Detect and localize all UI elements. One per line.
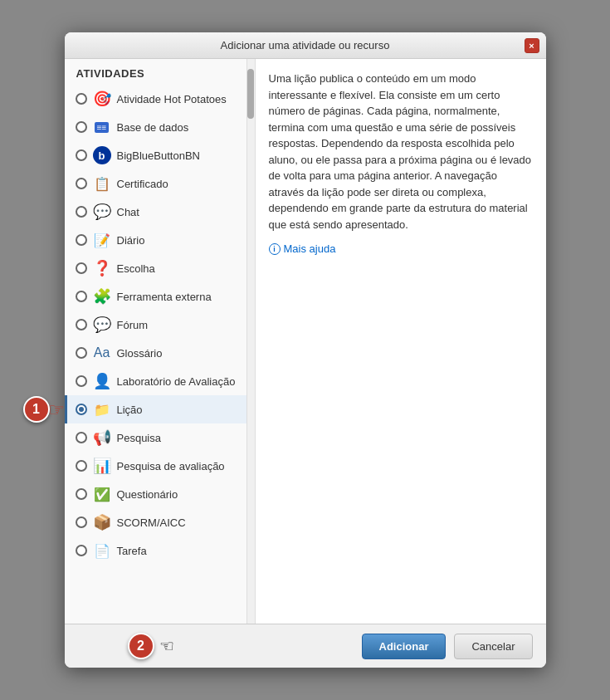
annotation-1: 1 (23, 396, 50, 423)
radio-evalsurvey (76, 460, 87, 472)
activity-item-quiz[interactable]: ✅Questionário (65, 480, 255, 508)
activity-item-diary[interactable]: 📝Diário (65, 226, 255, 254)
radio-hot-potatoes (76, 93, 87, 105)
right-panel: Uma lição publica o conteúdo em um modo … (256, 59, 546, 624)
radio-survey (76, 432, 87, 443)
annotation-1-arrow: ☞ (48, 399, 65, 421)
label-glossary: Glossário (117, 347, 163, 360)
activities-header: ATIVIDADES (65, 59, 255, 85)
label-hot-potatoes: Atividade Hot Potatoes (117, 93, 227, 105)
activity-item-cert[interactable]: 📋Certificado (65, 169, 255, 198)
label-workshop: Laboratório de Avaliação (117, 375, 236, 388)
label-evalsurvey: Pesquisa de avaliação (117, 460, 225, 472)
info-icon: i (269, 243, 281, 255)
icon-chat: 💬 (92, 202, 112, 222)
dialog-body: ATIVIDADES 🎯Atividade Hot Potatoes≡≡Base… (65, 59, 546, 624)
icon-diary: 📝 (92, 230, 112, 250)
add-button[interactable]: Adicionar (362, 634, 447, 659)
radio-lti (76, 291, 87, 302)
label-diary: Diário (117, 234, 145, 247)
annotation-2: 2 (128, 633, 154, 659)
label-forum: Fórum (117, 319, 149, 331)
icon-database: ≡≡ (92, 117, 112, 137)
activity-item-task[interactable]: 📄Tarefa (65, 536, 255, 565)
icon-task: 📄 (92, 541, 112, 560)
label-chat: Chat (117, 206, 139, 218)
icon-bigblue: b (92, 145, 112, 165)
activity-item-evalsurvey[interactable]: 📊Pesquisa de avaliação (65, 452, 255, 480)
label-task: Tarefa (117, 545, 147, 557)
label-bigblue: BigBlueButtonBN (117, 149, 200, 162)
radio-lesson (76, 404, 87, 415)
icon-choice: ❓ (92, 258, 112, 278)
label-choice: Escolha (117, 262, 155, 275)
icon-quiz: ✅ (92, 484, 112, 504)
activity-item-scorm[interactable]: 📦SCORM/AICC (65, 508, 255, 536)
dialog-title: Adicionar uma atividade ou recurso (221, 39, 390, 51)
radio-diary (76, 234, 87, 246)
radio-task (76, 545, 87, 556)
label-cert: Certificado (117, 178, 168, 190)
label-lti: Ferramenta externa (117, 291, 212, 303)
icon-cert: 📋 (92, 174, 112, 193)
label-survey: Pesquisa (117, 432, 161, 444)
radio-cert (76, 178, 87, 189)
icon-forum: 💬 (92, 315, 112, 335)
activity-item-choice[interactable]: ❓Escolha (65, 254, 255, 282)
activity-item-database[interactable]: ≡≡Base de dados (65, 113, 255, 141)
dialog: Adicionar uma atividade ou recurso × ATI… (65, 32, 546, 668)
radio-choice (76, 262, 87, 274)
radio-chat (76, 206, 87, 218)
radio-quiz (76, 488, 87, 500)
activity-item-workshop[interactable]: 👤Laboratório de Avaliação (65, 367, 255, 395)
close-button[interactable]: × (525, 38, 539, 53)
icon-workshop: 👤 (92, 371, 112, 391)
radio-glossary (76, 347, 87, 359)
scrollbar-thumb (247, 69, 254, 119)
radio-bigblue (76, 149, 87, 161)
cancel-button[interactable]: Cancelar (454, 634, 532, 659)
description-text: Uma lição publica o conteúdo em um modo … (269, 71, 533, 233)
activity-item-hot-potatoes[interactable]: 🎯Atividade Hot Potatoes (65, 85, 255, 113)
radio-scorm (76, 516, 87, 528)
icon-survey: 📢 (92, 428, 112, 448)
help-link-label: Mais ajuda (284, 242, 336, 255)
activity-item-forum[interactable]: 💬Fórum (65, 311, 255, 339)
label-database: Base de dados (117, 121, 189, 134)
icon-scorm: 📦 (92, 512, 112, 532)
radio-forum (76, 319, 87, 330)
scrollbar-track (246, 59, 255, 624)
dialog-footer: 2 ☞ Adicionar Cancelar (65, 624, 546, 668)
activity-item-lesson[interactable]: 📁Lição (65, 395, 255, 423)
left-panel: ATIVIDADES 🎯Atividade Hot Potatoes≡≡Base… (65, 59, 256, 624)
icon-lesson: 📁 (92, 399, 112, 419)
icon-hot-potatoes: 🎯 (92, 89, 112, 109)
activity-item-lti[interactable]: 🧩Ferramenta externa (65, 282, 255, 311)
radio-workshop (76, 375, 87, 387)
dialog-titlebar: Adicionar uma atividade ou recurso × (65, 32, 546, 59)
help-link[interactable]: i Mais ajuda (269, 242, 533, 255)
icon-evalsurvey: 📊 (92, 456, 112, 476)
activity-item-survey[interactable]: 📢Pesquisa (65, 423, 255, 452)
icon-glossary: Aa (92, 343, 112, 363)
label-quiz: Questionário (117, 488, 178, 501)
label-scorm: SCORM/AICC (117, 516, 186, 529)
label-lesson: Lição (117, 404, 143, 416)
activities-list[interactable]: 🎯Atividade Hot Potatoes≡≡Base de dadosbB… (65, 85, 255, 624)
activity-item-bigblue[interactable]: bBigBlueButtonBN (65, 141, 255, 169)
activity-item-glossary[interactable]: AaGlossário (65, 339, 255, 367)
activity-item-chat[interactable]: 💬Chat (65, 198, 255, 226)
hand-pointer-icon: ☞ (159, 636, 174, 656)
icon-lti: 🧩 (92, 286, 112, 306)
radio-database (76, 121, 87, 133)
